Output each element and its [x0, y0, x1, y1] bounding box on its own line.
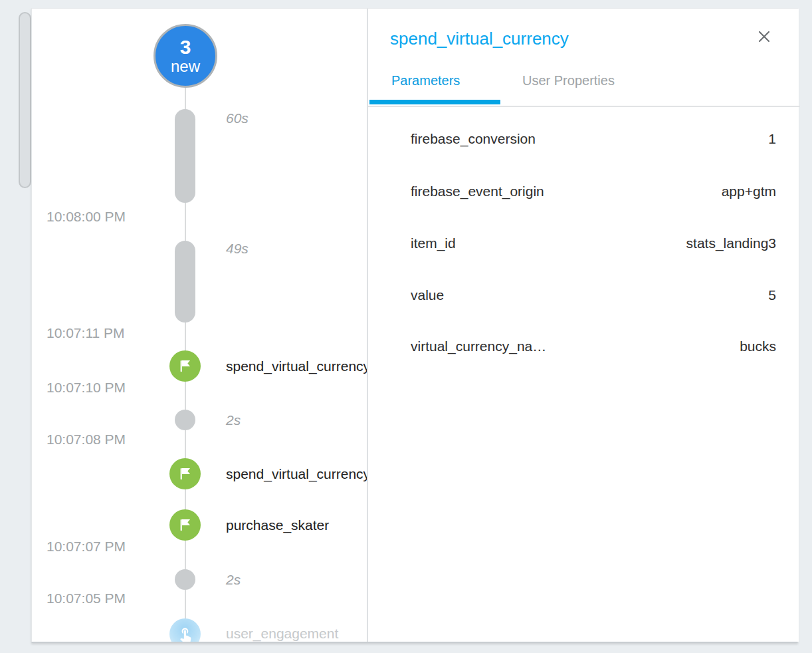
debugview-page: 3 new	[0, 0, 812, 653]
event-detail-panel: spend_virtual_currency Parameters User P…	[367, 9, 799, 642]
event-marker-flag[interactable]	[169, 350, 201, 382]
event-name[interactable]: spend_virtual_currency	[226, 465, 367, 483]
parameter-value: 5	[768, 286, 776, 305]
timestamp: 10:08:00 PM	[47, 208, 153, 225]
timestamp: 10:07:07 PM	[47, 538, 153, 555]
parameter-value: bucks	[740, 337, 776, 356]
event-marker-flag[interactable]	[169, 458, 201, 489]
flag-icon	[176, 465, 194, 483]
event-name[interactable]: purchase_skater	[226, 517, 367, 534]
event-name[interactable]: user_engagement	[226, 625, 367, 642]
timestamp: 10:07:08 PM	[47, 431, 153, 448]
time-gap-dot	[175, 410, 195, 430]
new-events-new-label: new	[171, 58, 200, 75]
panel-title: spend_virtual_currency	[390, 27, 569, 50]
parameter-row: virtual_currency_na… bucks	[411, 337, 776, 356]
parameter-row: item_id stats_landing3	[411, 234, 776, 253]
gap-duration-label: 2s	[226, 571, 241, 588]
parameter-row: firebase_conversion 1	[411, 130, 776, 148]
tabs-divider	[368, 106, 800, 107]
parameter-value: app+gtm	[722, 182, 776, 201]
event-marker-engagement[interactable]	[169, 618, 201, 642]
time-gap-dot	[175, 569, 195, 590]
scrollbar-thumb[interactable]	[19, 12, 31, 188]
timeline-panel: 3 new	[32, 9, 367, 642]
active-tab-indicator	[369, 100, 500, 104]
gap-duration-label: 60s	[226, 110, 249, 127]
gap-duration-label: 2s	[226, 412, 241, 429]
parameter-key: firebase_event_origin	[411, 182, 544, 201]
gap-duration-label: 49s	[226, 240, 249, 257]
parameter-key: firebase_conversion	[411, 130, 536, 148]
parameter-value: stats_landing3	[686, 234, 776, 253]
timestamp: 10:07:05 PM	[47, 590, 153, 607]
time-gap-pill	[175, 109, 195, 203]
parameter-key: item_id	[411, 234, 456, 253]
event-stream-card: 3 new	[31, 8, 798, 643]
new-events-badge[interactable]: 3 new	[153, 24, 217, 88]
timestamp: 10:07:10 PM	[47, 379, 153, 396]
time-gap-pill	[175, 241, 195, 323]
parameter-key: virtual_currency_na…	[411, 337, 546, 356]
tab-parameters[interactable]: Parameters	[391, 72, 460, 88]
flag-icon	[176, 516, 194, 534]
new-events-count: 3	[180, 37, 191, 58]
flag-icon	[176, 357, 194, 375]
parameter-value: 1	[768, 130, 776, 148]
event-marker-flag[interactable]	[169, 509, 201, 541]
tap-icon	[177, 626, 194, 642]
parameter-row: value 5	[411, 286, 776, 305]
close-icon	[756, 29, 772, 45]
close-button[interactable]	[755, 27, 773, 46]
tab-user-properties[interactable]: User Properties	[522, 72, 615, 88]
event-name[interactable]: spend_virtual_currency	[226, 358, 367, 375]
timestamp: 10:07:11 PM	[47, 325, 153, 342]
parameter-row: firebase_event_origin app+gtm	[411, 182, 776, 201]
parameter-key: value	[411, 286, 444, 305]
